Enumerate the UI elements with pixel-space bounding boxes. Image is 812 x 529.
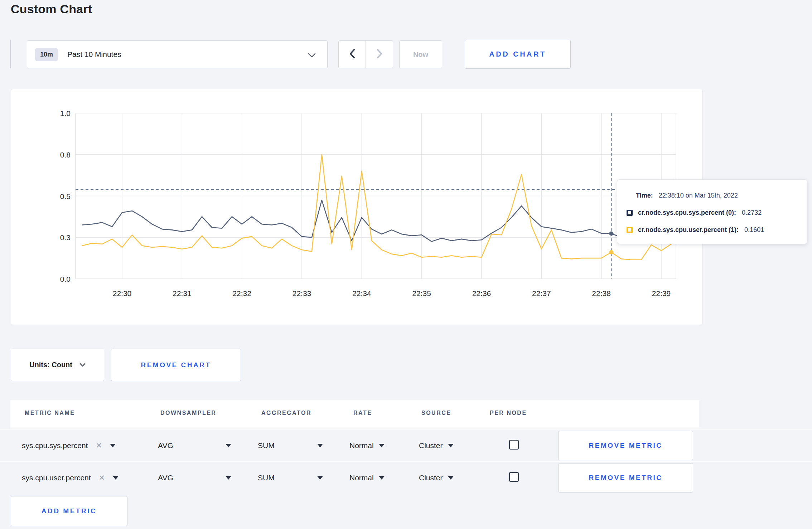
source-value: Cluster [419, 441, 443, 450]
caret-down-icon[interactable] [113, 476, 119, 480]
downsampler-select[interactable]: AVG [158, 429, 173, 462]
column-header-aggregator: AGGREGATOR [261, 410, 311, 416]
now-button[interactable]: Now [399, 40, 442, 68]
toolbar-divider [10, 40, 11, 68]
caret-down-icon[interactable] [110, 444, 116, 447]
caret-down-icon[interactable] [226, 429, 231, 462]
tooltip-series-row: cr.node.sys.cpu.user.percent (1): 0.1601 [627, 223, 798, 237]
time-range-label: Past 10 Minutes [67, 50, 121, 59]
svg-text:0.8: 0.8 [60, 151, 71, 159]
downsampler-select[interactable]: AVG [158, 462, 173, 494]
caret-down-icon[interactable] [317, 429, 323, 462]
table-row: sys.cpu.sys.percent ✕ AVG SUM Normal Clu… [0, 429, 812, 462]
metric-name-dropdown[interactable]: sys.cpu.user.percent ✕ [22, 462, 119, 494]
remove-metric-button[interactable]: REMOVE METRIC [558, 431, 693, 460]
source-value: Cluster [419, 474, 443, 482]
tooltip-series-name: cr.node.sys.cpu.user.percent (1): [638, 226, 739, 234]
svg-text:22:34: 22:34 [352, 289, 371, 297]
series-swatch-user-icon [627, 227, 633, 233]
source-select[interactable]: Cluster [419, 462, 454, 494]
svg-text:22:31: 22:31 [173, 289, 192, 297]
svg-text:22:32: 22:32 [232, 289, 251, 297]
metric-name-value: sys.cpu.sys.percent [22, 441, 88, 450]
svg-text:22:35: 22:35 [412, 289, 431, 297]
table-row: sys.cpu.user.percent ✕ AVG SUM Normal Cl… [0, 461, 812, 494]
chevron-down-icon [308, 53, 316, 59]
add-chart-button[interactable]: ADD CHART [465, 40, 571, 69]
chart-tooltip: Time: 22:38:10 on Mar 15th, 2022 cr.node… [617, 179, 807, 244]
svg-text:22:36: 22:36 [472, 289, 491, 297]
next-range-button[interactable] [366, 41, 393, 68]
rate-value: Normal [349, 441, 374, 450]
svg-text:22:38: 22:38 [592, 289, 611, 297]
units-label: Units: Count [29, 361, 72, 369]
tooltip-series-value: 0.1601 [744, 226, 764, 234]
add-metric-button[interactable]: ADD METRIC [11, 496, 127, 526]
column-header-downsampler: DOWNSAMPLER [160, 410, 216, 416]
time-range-badge: 10m [35, 48, 58, 61]
svg-text:22:37: 22:37 [532, 289, 551, 297]
tooltip-series-row: cr.node.sys.cpu.sys.percent (0): 0.2732 [627, 206, 798, 219]
svg-text:0.5: 0.5 [60, 192, 71, 200]
clear-metric-icon[interactable]: ✕ [96, 441, 102, 450]
column-header-source: SOURCE [421, 410, 451, 416]
chevron-right-icon [377, 49, 382, 60]
column-header-rate: RATE [353, 410, 372, 416]
units-dropdown[interactable]: Units: Count [11, 349, 104, 381]
rate-value: Normal [349, 474, 374, 482]
svg-text:1.0: 1.0 [60, 109, 71, 117]
aggregator-select[interactable]: SUM [258, 429, 275, 462]
svg-text:0.3: 0.3 [60, 233, 71, 242]
source-select[interactable]: Cluster [419, 429, 454, 462]
svg-text:22:30: 22:30 [113, 289, 132, 297]
prev-range-button[interactable] [339, 41, 366, 68]
column-header-per-node: PER NODE [490, 410, 527, 416]
caret-down-icon [448, 444, 454, 447]
per-node-checkbox[interactable] [509, 472, 519, 482]
tooltip-series-name: cr.node.sys.cpu.sys.percent (0): [638, 209, 736, 217]
rate-select[interactable]: Normal [349, 429, 385, 462]
tooltip-series-value: 0.2732 [742, 209, 762, 217]
tooltip-time-row: Time: 22:38:10 on Mar 15th, 2022 [627, 189, 798, 202]
metric-name-value: sys.cpu.user.percent [22, 474, 91, 482]
metrics-table-header: METRIC NAME DOWNSAMPLER AGGREGATOR RATE … [10, 400, 699, 428]
clear-metric-icon[interactable]: ✕ [99, 474, 105, 482]
column-header-metric-name: METRIC NAME [25, 410, 75, 416]
remove-chart-button[interactable]: REMOVE CHART [111, 349, 241, 381]
caret-down-icon[interactable] [317, 462, 323, 494]
rate-select[interactable]: Normal [349, 462, 385, 494]
remove-metric-button[interactable]: REMOVE METRIC [558, 463, 693, 492]
caret-down-icon [448, 476, 454, 480]
chevron-left-icon [349, 49, 355, 60]
svg-text:22:39: 22:39 [652, 289, 671, 297]
metric-name-dropdown[interactable]: sys.cpu.sys.percent ✕ [22, 429, 116, 462]
svg-text:22:33: 22:33 [293, 289, 311, 297]
time-range-dropdown[interactable]: 10m Past 10 Minutes [27, 40, 328, 68]
tooltip-time-label: Time: [636, 192, 653, 199]
aggregator-select[interactable]: SUM [258, 462, 275, 494]
chart-canvas[interactable]: 0.00.30.50.81.022:3022:3122:3222:3322:34… [11, 89, 702, 324]
series-swatch-sys-icon [627, 210, 633, 216]
caret-down-icon [379, 476, 385, 480]
time-nav-group [338, 40, 393, 68]
chevron-down-icon [79, 362, 86, 368]
page-title: Custom Chart [11, 2, 92, 16]
chart-card: 0.00.30.50.81.022:3022:3122:3222:3322:34… [11, 89, 703, 325]
caret-down-icon[interactable] [226, 462, 231, 494]
per-node-checkbox[interactable] [509, 440, 519, 450]
svg-text:0.0: 0.0 [60, 275, 71, 283]
caret-down-icon [379, 444, 385, 447]
tooltip-time-value: 22:38:10 on Mar 15th, 2022 [659, 192, 738, 199]
